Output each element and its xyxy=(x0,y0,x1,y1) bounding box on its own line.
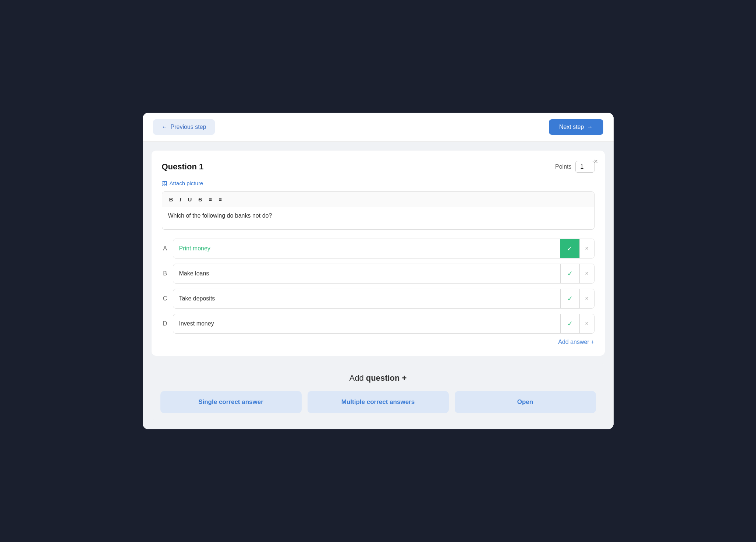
image-icon: 🖼 xyxy=(162,180,167,186)
answer-letter-b: B xyxy=(162,270,168,277)
answer-b-wrap: ✓ × xyxy=(173,264,594,284)
answer-d-wrap: ✓ × xyxy=(173,314,594,334)
points-group: Points xyxy=(555,161,594,173)
ordered-list-button[interactable]: ≡ xyxy=(206,195,214,204)
answer-letter-d: D xyxy=(162,320,168,327)
main-content: × Question 1 Points 🖼 Attach picture B I… xyxy=(143,142,614,429)
answer-b-check-button[interactable]: ✓ xyxy=(560,264,579,283)
answer-letter-c: C xyxy=(162,295,168,302)
add-prefix: Add xyxy=(349,373,366,383)
answer-a-check-button[interactable]: ✓ xyxy=(560,239,579,258)
checkmark-icon: ✓ xyxy=(567,295,573,303)
points-label: Points xyxy=(555,163,571,170)
attach-picture-label: Attach picture xyxy=(170,180,203,186)
question-text[interactable]: Which of the following do banks not do? xyxy=(162,207,594,229)
close-icon: × xyxy=(594,157,598,165)
previous-step-button[interactable]: ← Previous step xyxy=(153,119,215,135)
answers-list: A ✓ × B xyxy=(162,239,594,334)
answer-a-wrap: ✓ × xyxy=(173,239,594,258)
answer-a-delete-button[interactable]: × xyxy=(579,239,594,258)
underline-button[interactable]: U xyxy=(185,195,195,204)
italic-button[interactable]: I xyxy=(177,195,184,204)
question-title: Question 1 xyxy=(162,162,204,172)
answer-d-check-button[interactable]: ✓ xyxy=(560,314,579,333)
bold-button[interactable]: B xyxy=(167,195,176,204)
add-question-title: Add question + xyxy=(160,373,596,383)
strikethrough-button[interactable]: S xyxy=(196,195,205,204)
add-answer-button[interactable]: Add answer + xyxy=(558,339,594,345)
editor-toolbar: B I U S ≡ ≡ xyxy=(162,192,594,207)
answer-row: D ✓ × xyxy=(162,314,594,334)
arrow-right-icon: → xyxy=(587,124,593,130)
answer-letter-a: A xyxy=(162,245,168,252)
previous-step-label: Previous step xyxy=(171,124,206,130)
single-correct-label: Single correct answer xyxy=(198,398,263,405)
close-icon: × xyxy=(585,295,588,302)
question-editor: B I U S ≡ ≡ Which of the following do ba… xyxy=(162,191,594,230)
add-answer-row: Add answer + xyxy=(162,339,594,345)
main-container: ← Previous step Next step → × Question 1… xyxy=(143,113,614,429)
answer-d-input[interactable] xyxy=(173,316,560,332)
next-step-button[interactable]: Next step → xyxy=(549,119,603,135)
checkmark-icon: ✓ xyxy=(567,244,572,253)
single-correct-answer-button[interactable]: Single correct answer xyxy=(160,391,302,413)
open-label: Open xyxy=(517,398,533,405)
multiple-correct-label: Multiple correct answers xyxy=(341,398,415,405)
answer-c-check-button[interactable]: ✓ xyxy=(560,289,579,308)
answer-row: B ✓ × xyxy=(162,264,594,284)
close-question-button[interactable]: × xyxy=(594,157,598,166)
question-type-buttons: Single correct answer Multiple correct a… xyxy=(160,391,596,413)
answer-d-delete-button[interactable]: × xyxy=(579,314,594,333)
close-icon: × xyxy=(585,320,588,327)
unordered-list-button[interactable]: ≡ xyxy=(216,195,224,204)
answer-c-input[interactable] xyxy=(173,291,560,307)
answer-b-delete-button[interactable]: × xyxy=(579,264,594,283)
question-card: × Question 1 Points 🖼 Attach picture B I… xyxy=(152,151,605,356)
attach-picture-button[interactable]: 🖼 Attach picture xyxy=(162,180,203,186)
arrow-left-icon: ← xyxy=(162,124,168,130)
close-icon: × xyxy=(585,270,588,277)
multiple-correct-answers-button[interactable]: Multiple correct answers xyxy=(308,391,449,413)
next-step-label: Next step xyxy=(559,124,584,130)
open-question-button[interactable]: Open xyxy=(455,391,596,413)
answer-a-input[interactable] xyxy=(173,240,560,257)
checkmark-icon: ✓ xyxy=(567,320,573,328)
points-input[interactable] xyxy=(575,161,594,173)
question-header: Question 1 Points xyxy=(162,161,594,173)
top-bar: ← Previous step Next step → xyxy=(143,113,614,142)
answer-row: A ✓ × xyxy=(162,239,594,258)
answer-c-wrap: ✓ × xyxy=(173,289,594,309)
answer-c-delete-button[interactable]: × xyxy=(579,289,594,308)
add-question-section: Add question + Single correct answer Mul… xyxy=(152,363,605,420)
answer-row: C ✓ × xyxy=(162,289,594,309)
add-bold: question + xyxy=(366,373,407,383)
checkmark-icon: ✓ xyxy=(567,270,573,278)
close-icon: × xyxy=(585,245,588,252)
answer-b-input[interactable] xyxy=(173,265,560,282)
add-answer-label: Add answer + xyxy=(558,339,594,345)
